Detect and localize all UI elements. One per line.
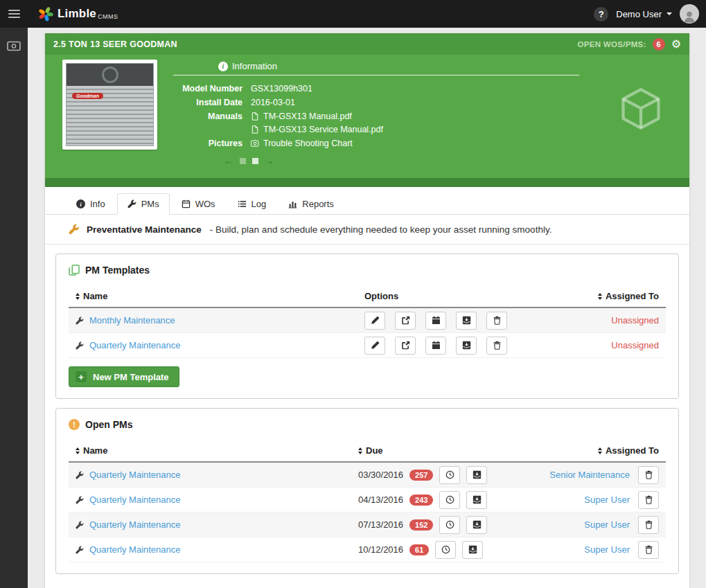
asset-info-area: Goodman i Information Model Number GSX13… — [45, 55, 689, 178]
manual-link[interactable]: TM-GSX13 Manual.pdf — [251, 112, 579, 121]
install-date-value: 2016-03-01 — [251, 98, 579, 107]
open-pm-link[interactable]: Quarterly Maintenance — [89, 519, 181, 530]
clock-icon — [445, 495, 455, 504]
tab-wos-label: WOs — [195, 199, 215, 209]
archive-pm-button[interactable] — [456, 337, 477, 355]
billing-sidebar-button[interactable] — [4, 38, 24, 54]
trash-icon — [493, 341, 502, 350]
snooze-pm-button[interactable] — [439, 516, 460, 534]
assigned-user-link[interactable]: Super User — [584, 495, 630, 505]
tab-pms[interactable]: PMs — [117, 193, 170, 215]
clock-icon — [445, 470, 455, 479]
schedule-pm-button[interactable] — [425, 337, 446, 355]
new-pm-template-button[interactable]: + New PM Template — [69, 366, 179, 387]
asset-title: 2.5 TON 13 SEER GOODMAN — [53, 39, 177, 49]
open-pm-button[interactable] — [395, 312, 416, 330]
assigned-column-label: Assigned To — [606, 291, 659, 301]
trash-icon — [644, 470, 653, 479]
archive-pm-button[interactable] — [456, 312, 477, 330]
open-pms-rows: Quarterly Maintenance 03/30/2016 257 Sen… — [69, 463, 666, 562]
due-date: 04/13/2016 — [358, 495, 403, 505]
open-pms-title: Open PMs — [85, 419, 132, 430]
open-pm-link[interactable]: Quarterly Maintenance — [89, 544, 181, 555]
help-button[interactable]: ? — [594, 7, 608, 21]
pm-templates-title: PM Templates — [85, 265, 150, 276]
overdue-days-badge: 152 — [409, 519, 433, 531]
menu-toggle-button[interactable] — [0, 0, 28, 28]
open-pm-row: Quarterly Maintenance 04/13/2016 243 Sup… — [69, 488, 666, 513]
sort-by-due-header[interactable]: Due — [358, 445, 524, 456]
due-cell: 03/30/2016 257 — [358, 466, 524, 484]
person-icon — [682, 10, 696, 24]
complete-pm-button[interactable] — [462, 541, 483, 559]
open-wos-count-badge: 6 — [653, 38, 665, 51]
pictures-label: Pictures — [173, 139, 242, 148]
information-header: i Information — [173, 61, 579, 71]
tab-info[interactable]: i Info — [66, 193, 116, 215]
delete-open-pm-button[interactable] — [638, 541, 659, 559]
sort-by-name-header[interactable]: Name — [76, 291, 364, 301]
clock-icon — [445, 520, 455, 529]
tab-reports-label: Reports — [302, 199, 334, 209]
delete-pm-button[interactable] — [486, 337, 507, 355]
snooze-pm-button[interactable] — [435, 541, 456, 559]
calendar-icon — [432, 316, 441, 325]
pm-template-link[interactable]: Monthly Maintenance — [89, 315, 175, 326]
edit-pm-button[interactable] — [364, 312, 385, 330]
overdue-days-badge: 257 — [409, 470, 433, 481]
asset-fields: Model Number GSX13099h301 Install Date 2… — [173, 84, 579, 148]
snooze-pm-button[interactable] — [439, 466, 460, 484]
wrench-icon — [76, 496, 84, 504]
tab-wos[interactable]: WOs — [171, 193, 226, 215]
complete-pm-button[interactable] — [466, 466, 487, 484]
schedule-pm-button[interactable] — [425, 312, 446, 330]
assigned-cell: Super User — [524, 491, 659, 509]
manual-link[interactable]: TM-GSX13 Service Manual.pdf — [251, 125, 579, 134]
open-pm-link[interactable]: Quarterly Maintenance — [89, 470, 181, 480]
carousel-next-arrow-icon[interactable]: → — [265, 156, 274, 166]
new-pm-template-label: New PM Template — [93, 372, 169, 382]
pm-template-link[interactable]: Quarterly Maintenance — [89, 340, 181, 350]
tab-log[interactable]: Log — [227, 193, 277, 215]
asset-photo[interactable]: Goodman — [62, 60, 157, 150]
hamburger-icon — [8, 10, 20, 18]
assigned-user-link[interactable]: Super User — [584, 544, 630, 555]
assigned-to-value[interactable]: Unassigned — [548, 340, 659, 350]
clock-icon — [441, 545, 450, 554]
open-pm-button[interactable] — [395, 337, 416, 355]
delete-pm-button[interactable] — [486, 312, 507, 330]
asset-type-graphic — [617, 85, 664, 132]
sort-by-assigned-header[interactable]: Assigned To — [524, 445, 659, 456]
assigned-to-value[interactable]: Unassigned — [548, 315, 659, 326]
complete-pm-button[interactable] — [466, 516, 487, 534]
external-link-icon — [401, 316, 410, 325]
asset-photo-image: Goodman — [66, 63, 154, 146]
caret-down-icon — [667, 12, 672, 15]
delete-open-pm-button[interactable] — [638, 466, 659, 484]
edit-pm-button[interactable] — [364, 337, 385, 355]
delete-open-pm-button[interactable] — [638, 491, 659, 509]
assigned-user-link[interactable]: Senior Maintenance — [549, 470, 630, 480]
user-menu[interactable]: Demo User — [616, 9, 672, 19]
brand-logo[interactable]: Limble CMMS — [38, 6, 118, 21]
avatar[interactable] — [680, 4, 699, 24]
carousel-prev-arrow-icon[interactable]: ← — [224, 156, 233, 166]
sort-by-assigned-header[interactable]: Assigned To — [548, 291, 659, 301]
carousel-dot[interactable] — [252, 158, 258, 164]
picture-link[interactable]: Trouble Shooting Chart — [251, 139, 579, 148]
tab-reports[interactable]: Reports — [278, 193, 344, 215]
assigned-cell: Senior Maintenance — [524, 466, 659, 484]
complete-pm-button[interactable] — [466, 491, 487, 509]
open-pm-link[interactable]: Quarterly Maintenance — [89, 495, 181, 505]
pictures-list: Trouble Shooting Chart — [251, 139, 579, 148]
inbox-icon — [468, 545, 477, 554]
banner-text: - Build, plan and schedule everything ne… — [210, 224, 552, 235]
assigned-user-link[interactable]: Super User — [584, 519, 630, 530]
information-title: Information — [232, 61, 277, 71]
user-name: Demo User — [616, 9, 662, 19]
snooze-pm-button[interactable] — [439, 491, 460, 509]
gear-icon[interactable]: ⚙ — [671, 39, 681, 50]
carousel-dot[interactable] — [240, 158, 246, 164]
sort-by-name-header[interactable]: Name — [76, 445, 358, 456]
delete-open-pm-button[interactable] — [638, 516, 659, 534]
